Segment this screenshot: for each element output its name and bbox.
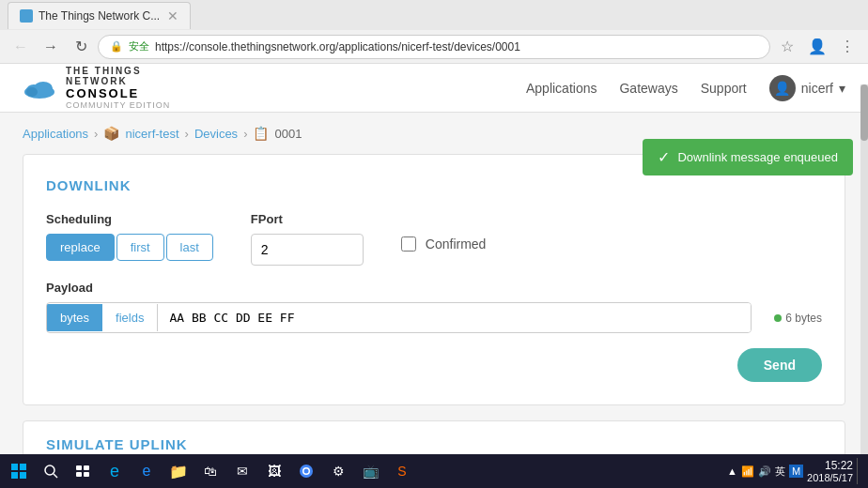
taskbar-explorer-button[interactable]: 📁: [163, 456, 194, 486]
taskbar-time: 15:22: [825, 459, 853, 472]
main-content: DOWNLINK Scheduling replace first last F…: [0, 154, 868, 488]
scheduling-btn-group: replace first last: [46, 234, 213, 261]
fport-input[interactable]: [251, 234, 364, 266]
svg-rect-11: [84, 465, 89, 470]
tab-close-button[interactable]: ✕: [167, 8, 178, 23]
task-view-icon: [75, 464, 90, 479]
scheduling-last-button[interactable]: last: [166, 234, 213, 261]
forward-button[interactable]: →: [38, 34, 64, 60]
search-icon: [43, 464, 58, 479]
svg-line-9: [54, 474, 57, 478]
breadcrumb-sep-3: ›: [243, 127, 247, 141]
breadcrumb-applications[interactable]: Applications: [23, 127, 88, 141]
payload-input-area: bytes fields: [46, 302, 752, 333]
logo-area: THE THINGSNETWORK CONSOLE COMMUNITY EDIT…: [23, 66, 170, 110]
svg-point-8: [45, 465, 54, 475]
scrollbar-thumb[interactable]: [860, 84, 868, 141]
security-label: 安全: [129, 39, 149, 53]
logo-network-label: THE THINGSNETWORK: [66, 66, 170, 86]
nav-applications[interactable]: Applications: [526, 81, 597, 96]
breadcrumb-sep-1: ›: [94, 127, 98, 141]
taskbar-search-button[interactable]: [36, 456, 66, 486]
taskbar-network-icon: 📶: [741, 465, 754, 478]
tab-favicon: [20, 9, 33, 23]
scheduling-first-button[interactable]: first: [116, 234, 164, 261]
taskbar-store-button[interactable]: 🛍: [195, 456, 225, 486]
nav-gateways[interactable]: Gateways: [619, 81, 677, 96]
payload-tab-fields[interactable]: fields: [102, 304, 157, 331]
browser-tab[interactable]: The Things Network C... ✕: [8, 2, 191, 29]
svg-rect-5: [20, 464, 26, 470]
breadcrumb-sep-2: ›: [185, 127, 189, 141]
taskbar-show-desktop[interactable]: [857, 458, 860, 484]
scheduling-group: Scheduling replace first last: [46, 212, 213, 261]
toast-notification: ✓ Downlink message enqueued: [643, 139, 853, 175]
breadcrumb-device-id: 0001: [274, 127, 302, 141]
taskbar-start-button[interactable]: [4, 456, 34, 486]
svg-point-3: [26, 87, 38, 97]
fport-label: FPort: [251, 212, 364, 226]
breadcrumb-app-name[interactable]: nicerf-test: [125, 127, 178, 141]
taskbar-app2-button[interactable]: 📺: [355, 456, 385, 486]
chrome-icon: [299, 464, 314, 479]
simulate-uplink-title: SIMULATE UPLINK: [46, 436, 822, 452]
logo-text: THE THINGSNETWORK CONSOLE COMMUNITY EDIT…: [66, 66, 170, 110]
confirmed-checkbox[interactable]: [401, 236, 416, 252]
taskbar-task-view[interactable]: [68, 456, 98, 486]
taskbar-wifi-icon: ▲: [727, 465, 737, 477]
more-options-button[interactable]: ⋮: [834, 34, 860, 60]
svg-rect-7: [20, 472, 26, 479]
nav-support[interactable]: Support: [701, 81, 747, 96]
taskbar-settings-button[interactable]: ⚙: [323, 456, 353, 486]
payload-tab-bytes[interactable]: bytes: [47, 304, 102, 331]
username-label: nicerf: [801, 81, 833, 96]
logo-cloud-icon: [23, 77, 56, 99]
edition-label: COMMUNITY EDITION: [66, 100, 170, 110]
payload-section: Payload bytes fields 6 bytes: [46, 281, 822, 333]
taskbar-left: e e 📁 🛍 ✉ 🖼 ⚙ 📺 S: [4, 456, 417, 486]
scheduling-replace-button[interactable]: replace: [46, 234, 115, 261]
back-button[interactable]: ←: [8, 34, 34, 60]
downlink-card: DOWNLINK Scheduling replace first last F…: [23, 154, 845, 405]
taskbar-ie-button[interactable]: e: [132, 456, 162, 486]
send-button[interactable]: Send: [737, 348, 822, 382]
taskbar-app3-button[interactable]: S: [387, 456, 417, 486]
toast-message: Downlink message enqueued: [677, 150, 838, 164]
app-header: THE THINGSNETWORK CONSOLE COMMUNITY EDIT…: [0, 64, 868, 113]
taskbar-m-icon: M: [789, 465, 803, 478]
user-avatar-icon: 👤: [769, 75, 796, 101]
taskbar-edge-button[interactable]: e: [100, 456, 130, 486]
windows-icon: [11, 464, 26, 479]
svg-rect-10: [76, 465, 82, 470]
svg-rect-4: [11, 464, 18, 470]
payload-input[interactable]: [158, 303, 751, 332]
header-nav: Applications Gateways Support 👤 nicerf ▾: [526, 75, 845, 101]
taskbar-right: ▲ 📶 🔊 英 M 15:22 2018/5/17: [727, 458, 864, 484]
confirmed-group: Confirmed: [401, 236, 487, 252]
browser-tab-bar: The Things Network C... ✕: [0, 0, 868, 30]
taskbar-chrome-button[interactable]: [291, 456, 321, 486]
address-bar[interactable]: 🔒 安全 https://console.thethingsnetwork.or…: [98, 35, 770, 59]
bytes-dot-icon: [774, 314, 782, 322]
taskbar: e e 📁 🛍 ✉ 🖼 ⚙ 📺 S ▲ 📶 🔊 英: [0, 454, 868, 488]
browser-controls: ← → ↻ 🔒 安全 https://console.thethingsnetw…: [0, 30, 868, 64]
toast-check-icon: ✓: [658, 148, 670, 166]
fport-group: FPort: [251, 212, 364, 266]
tab-title: The Things Network C...: [39, 9, 160, 23]
svg-point-16: [304, 469, 309, 474]
svg-rect-12: [76, 472, 82, 477]
refresh-button[interactable]: ↻: [68, 34, 94, 60]
taskbar-sys-icons: ▲ 📶 🔊 英 M: [727, 465, 803, 479]
breadcrumb-devices[interactable]: Devices: [194, 127, 238, 141]
payload-tabs: bytes fields: [47, 304, 158, 331]
send-area: Send: [46, 348, 822, 382]
user-area[interactable]: 👤 nicerf ▾: [769, 75, 845, 101]
bookmark-button[interactable]: ☆: [774, 34, 800, 60]
console-label: CONSOLE: [66, 86, 170, 100]
user-account-button[interactable]: 👤: [804, 34, 830, 60]
payload-bytes-count: 6 bytes: [774, 312, 822, 325]
page-wrapper: The Things Network C... ✕ ← → ↻ 🔒 安全 htt…: [0, 0, 868, 488]
taskbar-date: 2018/5/17: [807, 472, 853, 483]
taskbar-app1-button[interactable]: 🖼: [259, 456, 289, 486]
taskbar-mail-button[interactable]: ✉: [227, 456, 257, 486]
